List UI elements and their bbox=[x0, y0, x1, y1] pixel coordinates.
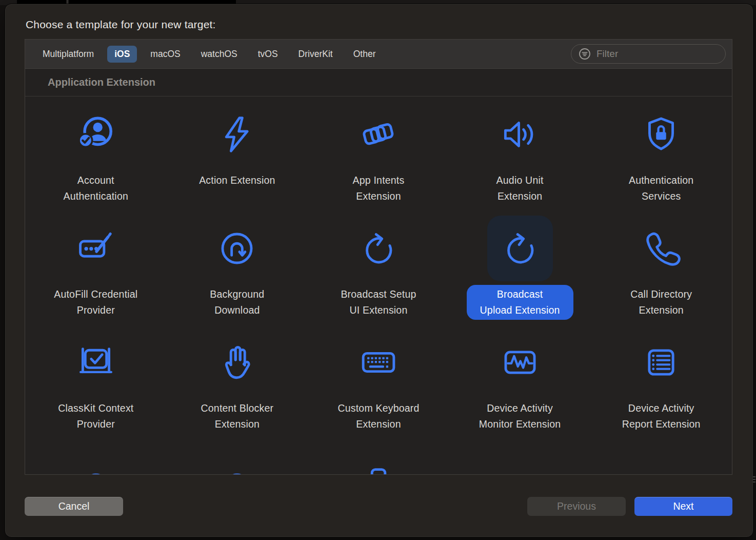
next-button[interactable]: Next bbox=[634, 497, 732, 516]
template-grid: AccountAuthenticationAction Extension Ap… bbox=[25, 97, 732, 474]
template-item-label: AutoFill CredentialProvider bbox=[41, 285, 151, 320]
platform-tabbar: MultiplatformiOSmacOSwatchOStvOSDriverKi… bbox=[25, 40, 732, 69]
phone-icon bbox=[628, 216, 694, 281]
tab-other[interactable]: Other bbox=[346, 46, 383, 63]
template-item-partial[interactable] bbox=[167, 443, 308, 474]
rotate-arrow-icon bbox=[346, 216, 411, 281]
stacked-cards-icon bbox=[346, 102, 411, 167]
circle-slash-icon bbox=[628, 443, 694, 474]
rotate-arrow-icon bbox=[487, 216, 553, 281]
template-item-label: App IntentsExtension bbox=[340, 171, 418, 206]
template-item-label: AuthenticationServices bbox=[615, 171, 707, 206]
tab-macos[interactable]: macOS bbox=[143, 46, 187, 63]
platform-tabs: MultiplatformiOSmacOSwatchOStvOSDriverKi… bbox=[35, 46, 383, 63]
template-item-account-authentication[interactable]: AccountAuthentication bbox=[25, 102, 167, 216]
template-item-app-intents-extension[interactable]: App IntentsExtension bbox=[308, 102, 449, 216]
filter-input[interactable] bbox=[595, 48, 718, 60]
template-item-label: ClassKit ContextProvider bbox=[45, 399, 147, 434]
template-item-label: BackgroundDownload bbox=[196, 285, 277, 320]
cancel-button[interactable]: Cancel bbox=[25, 497, 123, 516]
template-item-label: BroadcastUpload Extension bbox=[467, 285, 573, 320]
template-item-label: AccountAuthentication bbox=[50, 171, 142, 206]
filter-icon bbox=[579, 48, 591, 60]
waveform-box-icon bbox=[487, 330, 553, 395]
list-box-icon bbox=[628, 330, 694, 395]
dialog-title: Choose a template for your new target: bbox=[26, 18, 216, 31]
template-item-classkit-context-provider[interactable]: ClassKit ContextProvider bbox=[25, 330, 167, 443]
background-window-artifact bbox=[752, 475, 756, 495]
tab-multiplatform[interactable]: Multiplatform bbox=[35, 46, 101, 63]
template-item-action-extension[interactable]: Action Extension bbox=[167, 102, 308, 216]
template-item-authentication-services[interactable]: AuthenticationServices bbox=[590, 102, 732, 216]
template-item-label: Content BlockerExtension bbox=[188, 399, 287, 434]
template-item-broadcast-upload-extension[interactable]: BroadcastUpload Extension bbox=[449, 216, 591, 330]
previous-button[interactable]: Previous bbox=[527, 497, 626, 516]
tab-driverkit[interactable]: DriverKit bbox=[291, 46, 340, 63]
template-item-label: Call DirectoryExtension bbox=[617, 285, 705, 320]
template-item-label: Audio UnitExtension bbox=[483, 171, 557, 206]
template-item-content-blocker-extension[interactable]: Content BlockerExtension bbox=[167, 330, 308, 443]
bolt-icon bbox=[204, 102, 270, 167]
template-item-audio-unit-extension[interactable]: Audio UnitExtension bbox=[449, 102, 591, 216]
easel-check-icon bbox=[63, 330, 129, 395]
arc-arrow-icon bbox=[204, 443, 270, 474]
tab-watchos[interactable]: watchOS bbox=[194, 46, 245, 63]
template-item-label: Device ActivityReport Extension bbox=[609, 399, 714, 434]
keyboard-icon bbox=[346, 330, 411, 395]
template-item-label: Action Extension bbox=[186, 171, 288, 190]
template-item-label: Custom KeyboardExtension bbox=[324, 399, 432, 434]
template-item-partial[interactable] bbox=[449, 443, 591, 474]
filter-field[interactable] bbox=[571, 44, 726, 64]
template-item-partial[interactable] bbox=[25, 443, 167, 474]
template-chooser: MultiplatformiOSmacOSwatchOStvOSDriverKi… bbox=[25, 39, 732, 475]
field-pencil-icon bbox=[63, 216, 129, 281]
tab-tvos[interactable]: tvOS bbox=[251, 46, 285, 63]
template-item-broadcast-setup-ui-extension[interactable]: Broadcast SetupUI Extension bbox=[308, 216, 449, 330]
circle-icon bbox=[487, 443, 553, 474]
new-target-template-dialog: Choose a template for your new target: M… bbox=[5, 4, 753, 537]
template-item-device-activity-monitor-extension[interactable]: Device ActivityMonitor Extension bbox=[449, 330, 591, 443]
template-item-partial[interactable] bbox=[590, 443, 732, 474]
template-item-label: Broadcast SetupUI Extension bbox=[327, 285, 429, 320]
template-item-label: Device ActivityMonitor Extension bbox=[466, 399, 574, 434]
ticket-icon bbox=[346, 443, 411, 474]
shield-lock-icon bbox=[628, 102, 694, 167]
template-item-custom-keyboard-extension[interactable]: Custom KeyboardExtension bbox=[308, 330, 449, 443]
template-item-partial[interactable] bbox=[308, 443, 449, 474]
person-badge-check-icon bbox=[63, 102, 129, 167]
template-item-call-directory-extension[interactable]: Call DirectoryExtension bbox=[590, 216, 732, 330]
template-item-autofill-credential-provider[interactable]: AutoFill CredentialProvider bbox=[25, 216, 167, 330]
template-item-background-download[interactable]: BackgroundDownload bbox=[167, 216, 308, 330]
tab-ios[interactable]: iOS bbox=[107, 46, 137, 63]
section-header: Application Extension bbox=[25, 69, 732, 97]
download-circle-icon bbox=[204, 216, 270, 281]
template-item-device-activity-report-extension[interactable]: Device ActivityReport Extension bbox=[590, 330, 732, 443]
hand-raised-icon bbox=[204, 330, 270, 395]
arc-arrow-icon bbox=[63, 443, 129, 474]
speaker-waves-icon bbox=[487, 102, 553, 167]
